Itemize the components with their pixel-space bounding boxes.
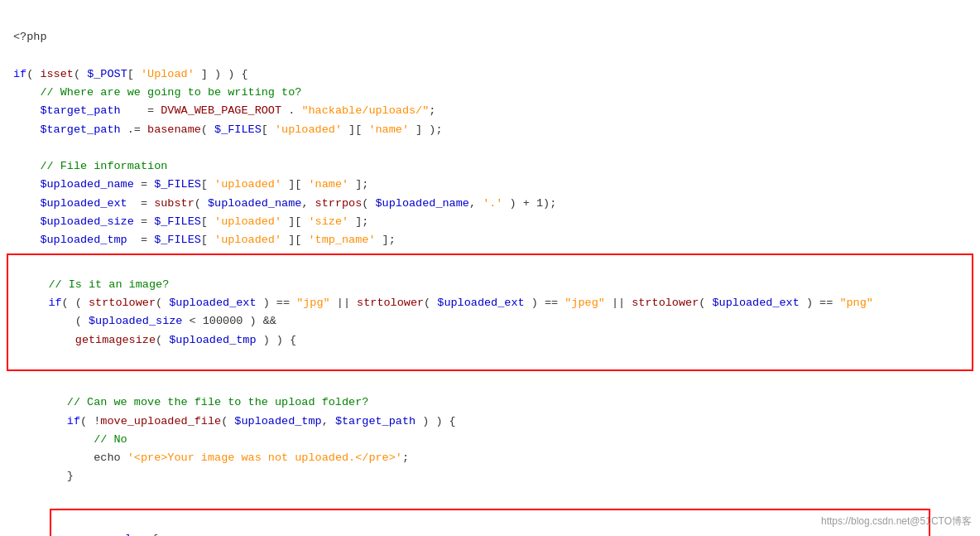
- image-check-code: // Is it an image? if( ( strtolower( $up…: [13, 257, 967, 368]
- if-strtolower-line: if( ( strtolower( $uploaded_ext ) == "jp…: [22, 297, 873, 309]
- target-path-line2: $target_path .= basename( $_FILES[ 'uplo…: [13, 123, 443, 136]
- php-open-tag: <?php: [13, 31, 47, 43]
- highlight-box-else: else { // Yes! echo "<pre>{$target_path}…: [50, 509, 930, 536]
- watermark: https://blog.csdn.net@51CTO博客: [821, 514, 972, 529]
- if-move-line: if( !move_uploaded_file( $uploaded_tmp, …: [13, 415, 456, 427]
- highlight-box-image-check: // Is it an image? if( ( strtolower( $up…: [7, 254, 973, 371]
- if-size-line: ( $uploaded_size < 100000 ) &&: [22, 315, 276, 327]
- close-if-move: }: [13, 470, 74, 482]
- comment-is-image: // Is it an image?: [22, 278, 169, 291]
- uploaded-name-line: $uploaded_name = $_FILES[ 'uploaded' ][ …: [13, 178, 368, 191]
- comment-where: // Where are we going to be writing to?: [13, 86, 301, 99]
- code-container: <?php if( isset( $_POST[ 'Upload' ] ) ) …: [0, 0, 980, 536]
- comment-no: // No: [13, 433, 127, 446]
- uploaded-size-line: $uploaded_size = $_FILES[ 'uploaded' ][ …: [13, 215, 368, 228]
- comment-can-move: // Can we move the file to the upload fo…: [13, 396, 368, 408]
- echo-not-uploaded: echo '<pre>Your image was not uploaded.<…: [13, 451, 409, 464]
- code-block: <?php if( isset( $_POST[ 'Upload' ] ) ) …: [0, 7, 980, 253]
- move-file-code: // Can we move the file to the upload fo…: [0, 372, 980, 508]
- getimagesize-line: getimagesize( $uploaded_tmp ) ) {: [22, 334, 296, 346]
- target-path-line1: $target_path = DVWA_WEB_PAGE_ROOT . "hac…: [13, 104, 435, 117]
- uploaded-ext-line: $uploaded_ext = substr( $uploaded_name, …: [13, 197, 556, 210]
- comment-file-info: // File information: [13, 160, 167, 172]
- uploaded-tmp-line: $uploaded_tmp = $_FILES[ 'uploaded' ][ '…: [13, 234, 396, 246]
- if-isset-line: if( isset( $_POST[ 'Upload' ] ) ) {: [13, 68, 248, 80]
- else-code-block: else { // Yes! echo "<pre>{$target_path}…: [56, 512, 924, 536]
- else-keyword: else {: [65, 533, 158, 536]
